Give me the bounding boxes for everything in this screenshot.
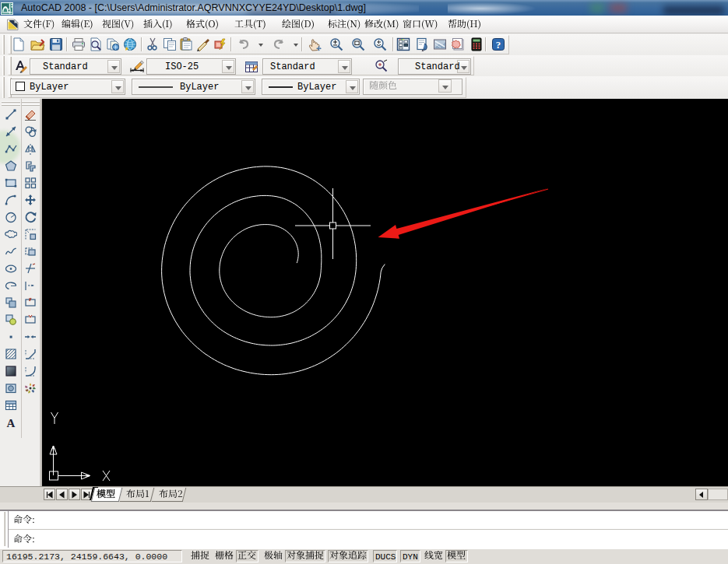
svg-text:A: A <box>7 417 16 429</box>
svg-text:?: ? <box>496 39 501 51</box>
